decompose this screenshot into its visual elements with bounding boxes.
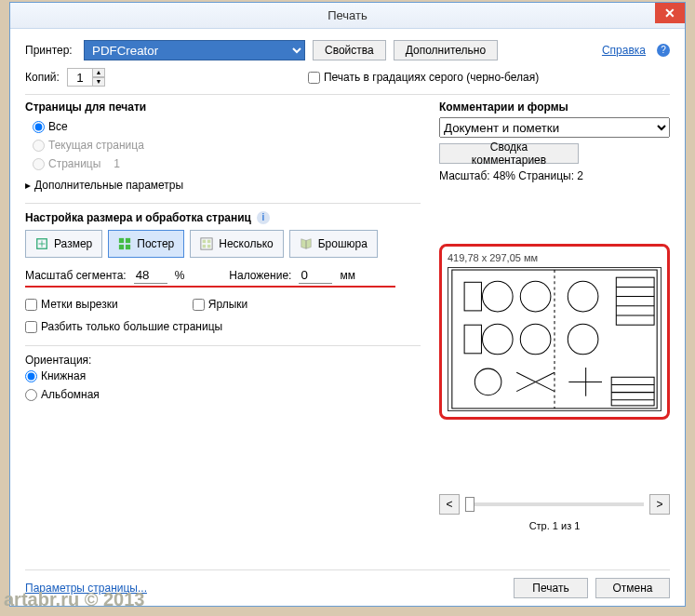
preview-size-text: 419,78 x 297,05 мм xyxy=(448,252,662,263)
comments-select[interactable]: Документ и пометки xyxy=(439,117,670,138)
mode-booklet-button[interactable]: Брошюра xyxy=(289,230,378,258)
preview-prev-button[interactable]: < xyxy=(439,494,460,515)
dialog-title: Печать xyxy=(327,8,368,22)
more-options-label: Дополнительные параметры xyxy=(34,179,183,192)
cancel-button[interactable]: Отмена xyxy=(595,578,670,598)
scale-info: Масштаб: 48% Страницы: 2 xyxy=(439,169,670,182)
print-dialog: Печать ✕ Принтер: PDFCreator Свойства До… xyxy=(9,2,686,607)
range-pages-value: 1 xyxy=(114,157,120,170)
booklet-icon xyxy=(300,237,313,250)
printer-select[interactable]: PDFCreator xyxy=(84,40,305,60)
preview-page xyxy=(448,267,662,411)
summarize-comments-button[interactable]: Сводка комментариев xyxy=(439,143,579,164)
handling-section-title: Настройка размера и обработка страниц xyxy=(25,211,251,224)
mode-poster-button[interactable]: Постер xyxy=(108,230,184,258)
preview-slider[interactable] xyxy=(465,502,644,506)
svg-point-17 xyxy=(520,324,551,355)
svg-rect-2 xyxy=(126,238,130,243)
range-current-radio xyxy=(33,140,45,152)
properties-button[interactable]: Свойства xyxy=(313,40,386,60)
help-icon[interactable]: ? xyxy=(657,44,670,57)
orientation-label: Ориентация: xyxy=(25,354,421,367)
advanced-button[interactable]: Дополнительно xyxy=(394,40,498,60)
more-options-toggle[interactable]: ▸ Дополнительные параметры xyxy=(25,173,421,197)
mode-size-button[interactable]: Размер xyxy=(25,230,102,258)
range-current-label: Текущая страница xyxy=(48,139,144,152)
comments-section-title: Комментарии и формы xyxy=(439,100,670,114)
printer-label: Принтер: xyxy=(25,44,76,57)
svg-point-12 xyxy=(482,281,513,312)
svg-rect-3 xyxy=(119,245,124,249)
slider-thumb-icon[interactable] xyxy=(465,497,474,512)
svg-point-18 xyxy=(568,324,598,355)
copies-spinner[interactable]: ▲ ▼ xyxy=(67,68,105,87)
portrait-radio[interactable] xyxy=(25,370,37,382)
copies-down-icon[interactable]: ▼ xyxy=(92,77,105,87)
poster-icon xyxy=(118,237,131,250)
labels-checkbox[interactable] xyxy=(193,299,205,311)
labels-label: Ярлыки xyxy=(208,298,248,311)
svg-point-16 xyxy=(482,324,513,355)
mode-multiple-button[interactable]: Несколько xyxy=(190,230,283,258)
grayscale-label: Печать в градациях серого (черно-белая) xyxy=(324,71,539,84)
svg-point-13 xyxy=(520,281,551,312)
tile-scale-unit: % xyxy=(175,269,185,282)
svg-rect-25 xyxy=(616,277,654,325)
range-pages-label: Страницы xyxy=(48,157,100,170)
copies-up-icon[interactable]: ▲ xyxy=(92,68,105,77)
svg-rect-8 xyxy=(203,245,207,248)
tile-scale-input[interactable] xyxy=(134,267,167,284)
drawing-preview-icon xyxy=(448,268,661,410)
size-icon xyxy=(35,237,48,250)
overlap-input[interactable] xyxy=(299,267,332,284)
landscape-radio[interactable] xyxy=(25,389,37,401)
range-all-radio[interactable] xyxy=(33,121,45,133)
info-icon[interactable]: i xyxy=(257,211,270,224)
pages-section-title: Страницы для печати xyxy=(25,100,421,114)
preview-box: 419,78 x 297,05 мм xyxy=(439,244,670,420)
svg-rect-19 xyxy=(464,325,481,354)
cut-marks-label: Метки вырезки xyxy=(41,298,118,311)
page-setup-link[interactable]: Параметры страницы... xyxy=(25,582,147,595)
svg-rect-9 xyxy=(207,245,211,248)
svg-rect-30 xyxy=(611,377,654,406)
range-pages-radio xyxy=(33,158,45,170)
overlap-label: Наложение: xyxy=(229,269,291,282)
svg-point-20 xyxy=(474,368,501,395)
close-icon: ✕ xyxy=(664,6,675,20)
svg-point-14 xyxy=(568,281,598,312)
portrait-label: Книжная xyxy=(41,369,86,382)
close-button[interactable]: ✕ xyxy=(655,3,685,23)
highlight-underline xyxy=(25,286,395,288)
grayscale-checkbox[interactable] xyxy=(308,72,320,84)
titlebar: Печать ✕ xyxy=(10,3,685,29)
print-button[interactable]: Печать xyxy=(514,578,588,598)
overlap-unit: мм xyxy=(340,269,355,282)
svg-rect-15 xyxy=(464,282,481,311)
chevron-right-icon: ▸ xyxy=(25,179,31,192)
svg-rect-7 xyxy=(207,240,211,244)
copies-label: Копий: xyxy=(25,71,60,84)
svg-rect-6 xyxy=(203,240,207,244)
range-all-label: Все xyxy=(48,120,68,133)
cut-marks-checkbox[interactable] xyxy=(25,299,37,311)
preview-next-button[interactable]: > xyxy=(649,494,670,515)
copies-input[interactable] xyxy=(67,68,93,87)
landscape-label: Альбомная xyxy=(41,388,100,401)
help-link[interactable]: Справка xyxy=(602,44,646,57)
multiple-icon xyxy=(200,237,213,250)
tile-large-checkbox[interactable] xyxy=(25,321,37,333)
tile-scale-label: Масштаб сегмента: xyxy=(25,269,127,282)
preview-page-count: Стр. 1 из 1 xyxy=(439,520,670,531)
svg-rect-1 xyxy=(119,238,124,243)
tile-large-label: Разбить только большие страницы xyxy=(41,320,222,333)
svg-rect-4 xyxy=(126,245,130,249)
